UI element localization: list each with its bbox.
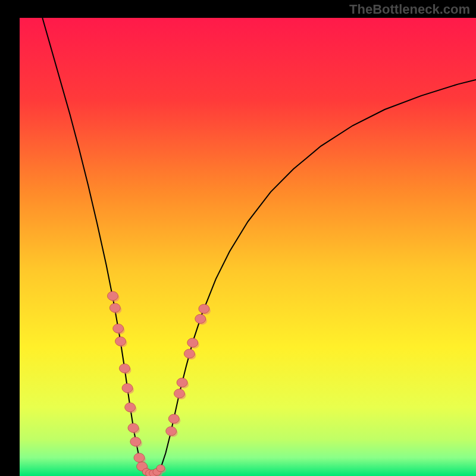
marker-dot (128, 424, 139, 433)
marker-dot (168, 414, 179, 423)
marker-dot (125, 403, 136, 412)
marker-dot (107, 292, 118, 300)
marker-dot (156, 465, 165, 472)
marker-dot (184, 349, 195, 358)
marker-dot (113, 324, 124, 333)
bottleneck-chart: TheBottleneck.com (0, 0, 476, 476)
plot-background (20, 18, 476, 476)
marker-dot (195, 314, 206, 323)
marker-dot (199, 304, 209, 313)
marker-dot (119, 364, 130, 372)
marker-dot (177, 378, 187, 387)
marker-dot (109, 303, 120, 312)
marker-dot (174, 389, 184, 398)
marker-dot (187, 338, 198, 347)
marker-dot (115, 337, 126, 346)
marker-dot (134, 453, 145, 462)
marker-dot (130, 437, 141, 446)
chart-svg (0, 0, 476, 476)
watermark-text: TheBottleneck.com (349, 2, 470, 17)
marker-dot (122, 384, 133, 393)
marker-dot (166, 427, 177, 436)
